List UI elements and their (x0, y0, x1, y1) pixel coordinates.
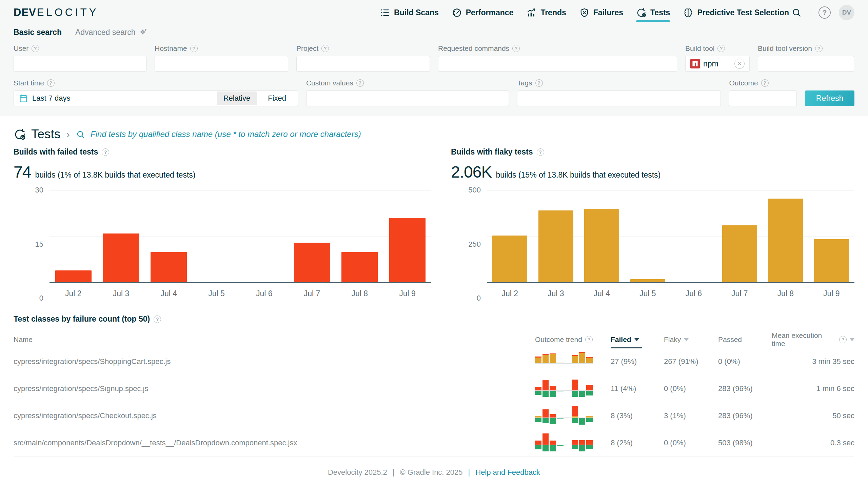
help-icon[interactable]: ? (717, 45, 725, 52)
tab-advanced-search[interactable]: Advanced search (75, 28, 148, 37)
outcome-trend-chart[interactable] (535, 352, 593, 371)
bar-jul-4[interactable] (584, 209, 619, 283)
bar-slot (533, 190, 579, 283)
build-tool-version-input[interactable] (758, 56, 854, 72)
test-class-name[interactable]: cypress/integration/specs/ShoppingCart.s… (14, 357, 535, 366)
bar-slot (579, 190, 625, 283)
develocity-logo[interactable]: DEVELOCITY (14, 6, 98, 19)
fixed-toggle[interactable]: Fixed (261, 92, 293, 105)
help-icon[interactable]: ? (356, 79, 364, 87)
help-icon[interactable]: ? (32, 45, 39, 52)
help-icon[interactable]: ? (815, 45, 823, 52)
help-icon[interactable]: ? (190, 45, 198, 52)
bar-jul-3[interactable] (538, 210, 573, 283)
requested-commands-input[interactable] (438, 56, 677, 72)
start-time-input[interactable]: Last 7 days Relative Fixed (14, 90, 298, 106)
y-axis: 5002500 (451, 190, 481, 298)
table-row[interactable]: cypress/integration/specs/Signup.spec.js… (14, 375, 854, 402)
tags-input[interactable] (517, 90, 721, 106)
help-icon[interactable]: ? (585, 336, 593, 343)
help-icon[interactable]: ? (321, 45, 329, 52)
bar-slot (625, 190, 671, 283)
passed-count: 0 (0%) (718, 357, 772, 366)
table-row[interactable]: cypress/integration/specs/Checkout.spec.… (14, 402, 854, 429)
tab-basic-search[interactable]: Basic search (14, 28, 62, 37)
nav-item-performance[interactable]: Performance (452, 0, 514, 25)
search-icon[interactable] (791, 7, 802, 18)
bar-jul-4[interactable] (151, 252, 187, 283)
build-tool-input[interactable]: npm × (685, 56, 750, 72)
bar-jul-3[interactable] (103, 233, 139, 283)
outcome-trend-chart[interactable] (535, 433, 593, 453)
nav-item-trends[interactable]: Trends (526, 0, 566, 25)
trend-passed-bar (572, 391, 578, 397)
help-icon[interactable]: ? (535, 79, 543, 87)
bar-jul-2[interactable] (492, 236, 527, 283)
search-row-2: Start time? Last 7 days Relative Fixed C… (14, 79, 854, 106)
help-icon[interactable]: ? (818, 6, 831, 19)
outcome-trend-chart[interactable] (535, 379, 593, 399)
column-header-failed[interactable]: Failed (611, 331, 664, 348)
page-title: Tests (31, 127, 60, 141)
failed-tests-section: Builds with failed tests ? 74 builds (1%… (14, 147, 431, 298)
column-header-name[interactable]: Name (14, 331, 535, 348)
custom-values-input[interactable] (306, 90, 509, 106)
help-icon[interactable]: ? (761, 79, 769, 87)
nav-item-build-scans[interactable]: Build Scans (380, 0, 439, 25)
bar-jul-8[interactable] (768, 199, 803, 283)
tests-icon (636, 7, 647, 18)
nav-item-predictive-test-selection[interactable]: Predictive Test Selection (683, 0, 789, 25)
top-area: DEVELOCITY Build ScansPerformanceTrendsF… (0, 0, 868, 116)
table-row[interactable]: src/main/components/DealsDropdown/__test… (14, 429, 854, 456)
help-icon[interactable]: ? (102, 148, 109, 156)
help-icon[interactable]: ? (537, 148, 544, 156)
bar-jul-7[interactable] (722, 225, 757, 283)
help-icon[interactable]: ? (512, 45, 520, 52)
x-axis-label: Jul 6 (671, 289, 717, 298)
bar-slot (97, 190, 145, 283)
bar-jul-9[interactable] (389, 218, 426, 283)
help-and-feedback-link[interactable]: Help and Feedback (475, 468, 540, 477)
project-input[interactable] (296, 56, 430, 72)
x-axis-baseline (50, 282, 431, 283)
column-header-mean-execution-time[interactable]: Mean execution time ? (772, 331, 854, 348)
bar-jul-7[interactable] (294, 243, 330, 283)
user-input[interactable] (14, 56, 146, 72)
plot-area (487, 190, 854, 283)
table-row[interactable]: cypress/integration/specs/ShoppingCart.s… (14, 348, 854, 375)
hostname-input[interactable] (155, 56, 288, 72)
avatar[interactable]: DV (839, 5, 854, 20)
x-axis-label: Jul 6 (240, 289, 288, 298)
field-label: Outcome (729, 79, 758, 87)
test-class-name[interactable]: cypress/integration/specs/Checkout.spec.… (14, 411, 535, 420)
bar-jul-8[interactable] (341, 252, 378, 283)
x-axis-label: Jul 3 (533, 289, 579, 298)
help-icon[interactable]: ? (839, 336, 847, 343)
outcome-trend-cell (535, 433, 611, 453)
relative-toggle[interactable]: Relative (217, 92, 257, 105)
nav-item-label: Predictive Test Selection (697, 8, 789, 17)
bar-jul-9[interactable] (814, 239, 849, 283)
outcome-input[interactable] (729, 90, 797, 106)
nav-item-failures[interactable]: Failures (579, 0, 623, 25)
sparkle-icon (139, 28, 148, 37)
outcome-trend-chart[interactable] (535, 406, 593, 426)
y-axis-tick: 250 (468, 240, 481, 249)
column-header-flaky[interactable]: Flaky (664, 331, 718, 348)
x-axis-label: Jul 8 (336, 289, 384, 298)
test-class-name[interactable]: src/main/components/DealsDropdown/__test… (14, 439, 535, 447)
column-header-passed[interactable]: Passed (718, 331, 772, 348)
remove-chip-icon[interactable]: × (734, 59, 745, 69)
flaky-tests-chart: 5002500 Jul 2Jul 3Jul 4Jul 5Jul 6Jul 7Ju… (451, 190, 854, 298)
test-class-name[interactable]: cypress/integration/specs/Signup.spec.js (14, 384, 535, 393)
trend-failed-bar (550, 386, 556, 390)
help-icon[interactable]: ? (154, 316, 161, 323)
calendar-icon (19, 94, 28, 103)
search-icon[interactable] (76, 129, 85, 139)
help-icon[interactable]: ? (47, 79, 55, 87)
bar-jul-2[interactable] (55, 270, 92, 283)
refresh-button[interactable]: Refresh (805, 90, 854, 106)
column-header-outcome-trend[interactable]: Outcome trend ? (535, 331, 611, 348)
nav-item-tests[interactable]: Tests (636, 0, 670, 25)
find-tests-hint[interactable]: Find tests by qualified class name (use … (91, 129, 361, 139)
